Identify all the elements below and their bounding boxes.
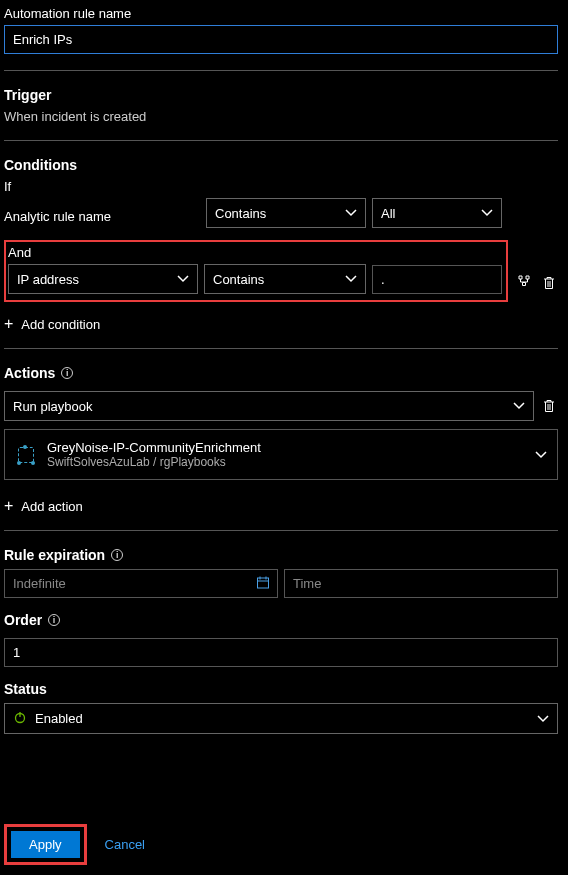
expiration-date-input[interactable]: [4, 569, 278, 598]
condition-field-value: IP address: [17, 272, 79, 287]
condition-value-input[interactable]: [372, 265, 502, 294]
playbook-select[interactable]: GreyNoise-IP-CommunityEnrichment SwiftSo…: [4, 429, 558, 480]
svg-rect-0: [258, 578, 269, 588]
add-action-button[interactable]: + Add action: [4, 498, 558, 514]
actions-title: Actions: [4, 365, 55, 381]
group-condition-button[interactable]: [514, 272, 534, 292]
analytic-value-select[interactable]: All: [372, 198, 502, 228]
analytic-rule-name-label: Analytic rule name: [4, 203, 200, 224]
condition-operator-value: Contains: [213, 272, 264, 287]
add-action-label: Add action: [21, 499, 82, 514]
cancel-button[interactable]: Cancel: [105, 837, 145, 852]
order-title-row: Order i: [4, 612, 558, 628]
chevron-down-icon: [345, 273, 357, 285]
playbook-icon: [15, 444, 37, 466]
actions-title-row: Actions i: [4, 365, 558, 381]
chevron-down-icon: [345, 207, 357, 219]
info-icon[interactable]: i: [61, 367, 73, 379]
divider: [4, 530, 558, 531]
status-value: Enabled: [35, 711, 83, 726]
power-icon: [13, 710, 27, 727]
chevron-down-icon: [177, 273, 189, 285]
status-title: Status: [4, 681, 558, 697]
action-type-value: Run playbook: [13, 399, 93, 414]
expiration-title: Rule expiration: [4, 547, 105, 563]
calendar-icon[interactable]: [256, 575, 270, 592]
condition-field-select[interactable]: IP address: [8, 264, 198, 294]
plus-icon: +: [4, 498, 13, 514]
divider: [4, 348, 558, 349]
status-select[interactable]: Enabled: [4, 703, 558, 734]
if-label: If: [4, 179, 558, 194]
action-type-select[interactable]: Run playbook: [4, 391, 534, 421]
chevron-down-icon: [535, 449, 547, 461]
rule-name-input[interactable]: [4, 25, 558, 54]
rule-name-label: Automation rule name: [4, 6, 558, 21]
apply-highlight: Apply: [4, 824, 87, 865]
divider: [4, 70, 558, 71]
trigger-title: Trigger: [4, 87, 558, 103]
apply-button[interactable]: Apply: [11, 831, 80, 858]
trigger-text: When incident is created: [4, 109, 558, 124]
chevron-down-icon: [481, 207, 493, 219]
chevron-down-icon: [513, 400, 525, 412]
expiration-time-input[interactable]: [284, 569, 558, 598]
delete-action-button[interactable]: [540, 397, 558, 415]
expiration-title-row: Rule expiration i: [4, 547, 558, 563]
order-title: Order: [4, 612, 42, 628]
and-label: And: [8, 245, 502, 260]
analytic-operator-select[interactable]: Contains: [206, 198, 366, 228]
order-input[interactable]: [4, 638, 558, 667]
plus-icon: +: [4, 316, 13, 332]
chevron-down-icon: [537, 713, 549, 725]
playbook-name: GreyNoise-IP-CommunityEnrichment: [47, 440, 525, 455]
analytic-value: All: [381, 206, 395, 221]
add-condition-button[interactable]: + Add condition: [4, 316, 558, 332]
add-condition-label: Add condition: [21, 317, 100, 332]
analytic-operator-value: Contains: [215, 206, 266, 221]
info-icon[interactable]: i: [111, 549, 123, 561]
conditions-title: Conditions: [4, 157, 558, 173]
info-icon[interactable]: i: [48, 614, 60, 626]
divider: [4, 140, 558, 141]
delete-condition-button[interactable]: [540, 274, 558, 292]
playbook-subtitle: SwiftSolvesAzuLab / rgPlaybooks: [47, 455, 525, 469]
condition-operator-select[interactable]: Contains: [204, 264, 366, 294]
